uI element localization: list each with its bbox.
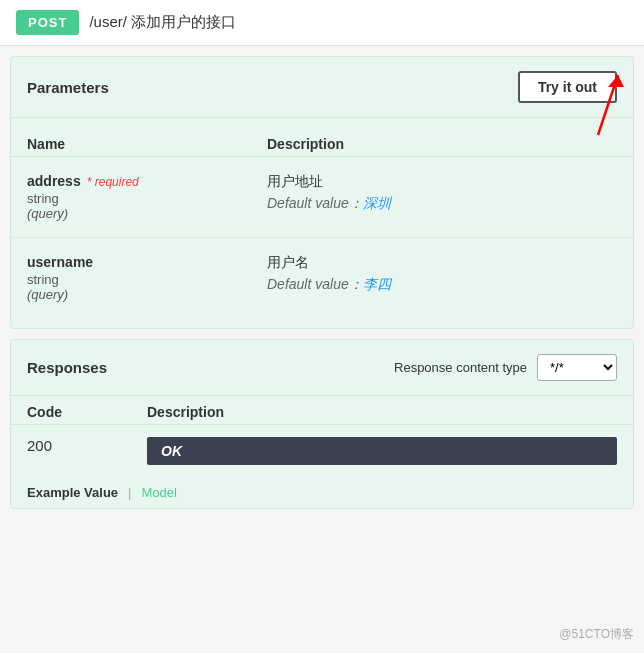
param-desc-col-address: 用户地址 Default value：深圳 (267, 173, 617, 221)
param-row-username: username string (query) 用户名 Default valu… (11, 238, 633, 318)
responses-table: Code Description 200 OK Example Value | … (11, 396, 633, 508)
param-description-address: 用户地址 (267, 173, 617, 191)
parameters-header: Parameters Try it out (11, 57, 633, 118)
col-name-header: Name (27, 136, 267, 152)
endpoint-path: /user/ 添加用户的接口 (89, 13, 236, 32)
resp-col-code-header: Code (27, 404, 147, 420)
resp-col-desc-header: Description (147, 404, 617, 420)
param-type-username: string (27, 272, 267, 287)
responses-title: Responses (27, 359, 107, 376)
parameters-title: Parameters (27, 79, 109, 96)
param-name-col-address: address* required string (query) (27, 173, 267, 221)
responses-col-headers: Code Description (11, 396, 633, 424)
params-table: Name Description address* required strin… (11, 118, 633, 328)
parameters-section: Parameters Try it out Name Description a… (10, 56, 634, 329)
param-default-address: Default value：深圳 (267, 195, 617, 213)
response-row-200: 200 OK (11, 424, 633, 477)
resp-desc-col-200: OK (147, 437, 617, 465)
param-name-col-username: username string (query) (27, 254, 267, 302)
example-model-row: Example Value | Model (11, 477, 633, 508)
content-type-area: Response content type */* (394, 354, 617, 381)
content-type-select[interactable]: */* (537, 354, 617, 381)
param-name-username: username (27, 254, 267, 270)
example-value-button[interactable]: Example Value (27, 485, 118, 500)
param-location-address: (query) (27, 206, 267, 221)
content-type-label: Response content type (394, 360, 527, 375)
responses-section: Responses Response content type */* Code… (10, 339, 634, 509)
top-bar: POST /user/ 添加用户的接口 (0, 0, 644, 46)
separator: | (128, 485, 131, 500)
try-it-out-button[interactable]: Try it out (518, 71, 617, 103)
ok-badge: OK (147, 437, 617, 465)
page-wrapper: POST /user/ 添加用户的接口 Parameters Try it ou… (0, 0, 644, 509)
param-default-username: Default value：李四 (267, 276, 617, 294)
param-row-address: address* required string (query) 用户地址 De… (11, 157, 633, 238)
resp-code-200: 200 (27, 437, 147, 465)
param-description-username: 用户名 (267, 254, 617, 272)
params-col-headers: Name Description (11, 128, 633, 157)
responses-header: Responses Response content type */* (11, 340, 633, 396)
param-desc-col-username: 用户名 Default value：李四 (267, 254, 617, 302)
model-button[interactable]: Model (141, 485, 176, 500)
col-desc-header: Description (267, 136, 617, 152)
method-badge: POST (16, 10, 79, 35)
param-type-address: string (27, 191, 267, 206)
param-location-username: (query) (27, 287, 267, 302)
param-name-address: address* required (27, 173, 267, 189)
watermark: @51CTO博客 (559, 626, 634, 643)
